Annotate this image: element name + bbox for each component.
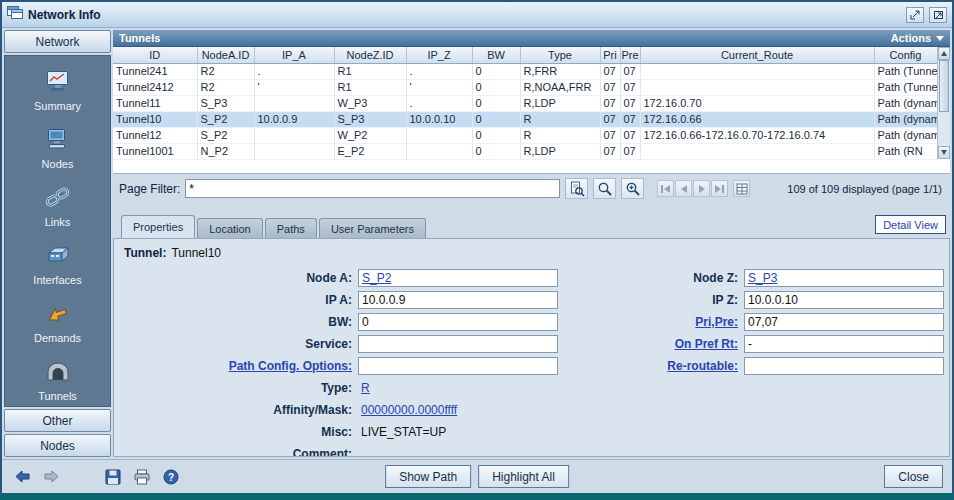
table-cell	[254, 127, 334, 143]
table-row[interactable]: Tunnel241R2.R1.0R,FRR0707Path (Tunne	[113, 63, 937, 79]
nodes-section-button[interactable]: Nodes	[4, 434, 111, 457]
column-header[interactable]: Pre	[620, 47, 640, 63]
preview-button[interactable]	[565, 178, 588, 199]
table-row[interactable]: Tunnel2412R2'R1'0R,NOAA,FRR0707Path (Tun…	[113, 79, 937, 95]
field-label[interactable]: Re-routable:	[667, 359, 738, 373]
zoom-plus-button[interactable]	[621, 178, 644, 199]
maximize-icon	[933, 10, 944, 20]
field-input[interactable]: -	[744, 335, 944, 353]
column-header[interactable]: Pri	[600, 47, 620, 63]
column-header[interactable]: NodeZ.ID	[334, 47, 406, 63]
column-header[interactable]: NodeA.ID	[197, 47, 254, 63]
field-input[interactable]: 0	[358, 313, 558, 331]
table-cell: R,LDP	[520, 143, 600, 159]
table-cell: '	[254, 79, 334, 95]
close-button[interactable]: Close	[884, 465, 943, 488]
properties-panel: Tunnel:Tunnel10 Node A:S_P2Node Z:S_P3IP…	[113, 238, 950, 457]
table-cell: Tunnel10	[113, 111, 197, 127]
field-input[interactable]	[358, 335, 558, 353]
pagination-controls	[657, 180, 728, 197]
window-body: Network Summary	[2, 28, 952, 459]
prev-page-button[interactable]	[675, 180, 692, 197]
save-button[interactable]	[102, 467, 124, 487]
field-value-link[interactable]: 00000000.0000ffff	[361, 403, 457, 417]
titlebar[interactable]: Network Info	[2, 2, 952, 28]
table-cell: 0	[472, 127, 520, 143]
help-button[interactable]: ?	[160, 467, 182, 487]
show-path-button[interactable]: Show Path	[385, 465, 471, 488]
column-header[interactable]: IP_A	[254, 47, 334, 63]
detach-button[interactable]	[906, 7, 924, 23]
sidebar-item-summary[interactable]: Summary	[5, 66, 110, 115]
zoom-button[interactable]	[593, 178, 616, 199]
table-cell: W_P3	[334, 95, 406, 111]
table-cell: S_P2	[197, 111, 254, 127]
sidebar-item-nodes[interactable]: Nodes	[5, 124, 110, 173]
other-section-button[interactable]: Other	[4, 409, 111, 432]
field-input[interactable]: S_P3	[744, 269, 944, 287]
table-cell: 10.0.0.10	[406, 111, 472, 127]
table-row[interactable]: Tunnel11S_P3W_P3.0R,LDP0707172.16.0.70Pa…	[113, 95, 937, 111]
back-button[interactable]	[11, 467, 33, 487]
field-value-link[interactable]: R	[361, 381, 370, 395]
page-filter-input[interactable]	[185, 179, 560, 198]
field-label[interactable]: Path Config. Options:	[229, 359, 352, 373]
next-page-button[interactable]	[693, 180, 710, 197]
table-cell: Tunnel11	[113, 95, 197, 111]
table-cell: 07	[620, 127, 640, 143]
field-label[interactable]: On Pref Rt:	[675, 337, 738, 351]
scroll-up-button[interactable]	[938, 47, 950, 60]
table-cell: R,FRR	[520, 63, 600, 79]
sidebar-item-links[interactable]: Links	[5, 182, 110, 231]
field-input[interactable]: 10.0.0.10	[744, 291, 944, 309]
print-button[interactable]	[131, 467, 153, 487]
scroll-thumb[interactable]	[939, 60, 949, 112]
table-cell: R	[520, 127, 600, 143]
last-page-button[interactable]	[711, 180, 728, 197]
tab-location[interactable]: Location	[197, 218, 263, 238]
actions-menu-button[interactable]: Actions	[891, 32, 944, 44]
tab-properties[interactable]: Properties	[121, 215, 195, 238]
table-row[interactable]: Tunnel12S_P2W_P20R0707172.16.0.66-172.16…	[113, 127, 937, 143]
column-header[interactable]: ID	[113, 47, 197, 63]
field-value: 00000000.0000ffff	[358, 401, 558, 419]
network-section-button[interactable]: Network	[4, 30, 111, 53]
first-page-button[interactable]	[657, 180, 674, 197]
table-cell: Tunnel241	[113, 63, 197, 79]
tunnels-header: Tunnels Actions	[113, 30, 950, 47]
table-cell	[640, 143, 874, 159]
field-value-link[interactable]: S_P3	[748, 271, 777, 285]
field-label[interactable]: Pri,Pre:	[695, 315, 738, 329]
forward-button[interactable]	[40, 467, 62, 487]
field-input[interactable]: 10.0.0.9	[358, 291, 558, 309]
column-header[interactable]: IP_Z	[406, 47, 472, 63]
highlight-all-button[interactable]: Highlight All	[478, 465, 569, 488]
page-filter-label: Page Filter:	[119, 182, 180, 196]
scroll-down-button[interactable]	[938, 146, 950, 159]
field-input[interactable]	[358, 357, 558, 375]
bottom-toolbar: ? Show Path Highlight All Close	[2, 459, 952, 493]
field-input[interactable]: S_P2	[358, 269, 558, 287]
table-view-button[interactable]	[733, 180, 750, 197]
maximize-button[interactable]	[929, 7, 947, 23]
field-value-link[interactable]: S_P2	[362, 271, 391, 285]
table-row[interactable]: Tunnel1001N_P2E_P20R,LDP0707Path (RN	[113, 143, 937, 159]
column-header[interactable]: BW	[472, 47, 520, 63]
detail-view-button[interactable]: Detail View	[875, 215, 946, 234]
sidebar-item-interfaces[interactable]: Interfaces	[5, 240, 110, 289]
window-title: Network Info	[28, 8, 901, 22]
arrow-up-icon	[941, 51, 947, 56]
vertical-scrollbar[interactable]	[937, 47, 950, 159]
tab-user-parameters[interactable]: User Parameters	[319, 218, 426, 238]
field-input[interactable]: 07,07	[744, 313, 944, 331]
sidebar-item-demands[interactable]: Demands	[5, 298, 110, 347]
sidebar-item-tunnels[interactable]: Tunnels	[5, 356, 110, 405]
tab-paths[interactable]: Paths	[265, 218, 317, 238]
field-input[interactable]	[744, 357, 944, 375]
table-row[interactable]: Tunnel10S_P210.0.0.9S_P310.0.0.100R07071…	[113, 111, 937, 127]
column-header[interactable]: Config	[874, 47, 937, 63]
column-header[interactable]: Type	[520, 47, 600, 63]
field-value-text: 10.0.0.9	[362, 293, 405, 307]
field-label: IP A:	[325, 293, 352, 307]
column-header[interactable]: Current_Route	[640, 47, 874, 63]
